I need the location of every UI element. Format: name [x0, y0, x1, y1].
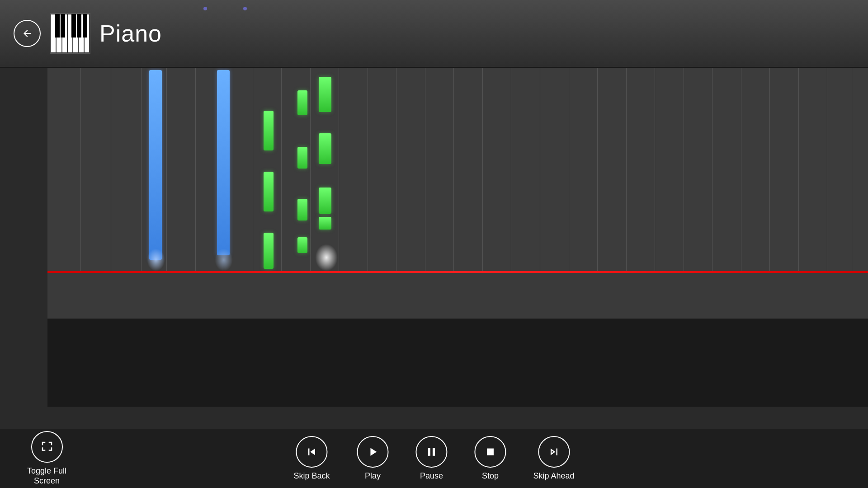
note-green-6 — [297, 199, 307, 221]
note-green-1 — [264, 111, 274, 150]
skip-back-icon-circle — [296, 436, 327, 468]
stop-button[interactable]: Stop — [465, 432, 515, 486]
separator-line — [47, 271, 868, 273]
back-button[interactable] — [14, 20, 41, 47]
pause-icon-circle — [415, 436, 447, 468]
note-green-2 — [264, 172, 274, 211]
note-green-9 — [319, 133, 331, 164]
stop-icon — [483, 445, 497, 459]
stop-icon-circle — [474, 436, 506, 468]
dot-2 — [243, 7, 247, 10]
header: Piano — [0, 0, 868, 68]
center-controls: Skip Back Play Pause — [284, 432, 583, 486]
notes-area — [47, 68, 868, 271]
controls-bar: Toggle Full Screen Skip Back Play — [0, 429, 868, 488]
note-green-11 — [319, 217, 331, 230]
fullscreen-icon — [40, 440, 54, 454]
dot-1 — [203, 7, 207, 10]
skip-ahead-icon — [547, 445, 561, 459]
toggle-fullscreen-label: Toggle Full Screen — [27, 466, 66, 486]
skip-ahead-label: Skip Ahead — [533, 471, 574, 481]
piano-area — [0, 68, 868, 407]
pause-label: Pause — [420, 471, 443, 481]
app-icon — [50, 13, 90, 54]
note-blue-2 — [217, 70, 230, 255]
stop-label: Stop — [482, 471, 499, 481]
skip-back-icon — [305, 445, 318, 459]
play-icon — [366, 445, 379, 459]
white-keys — [47, 319, 868, 407]
play-icon-circle — [357, 436, 388, 468]
decorative-dots — [203, 7, 247, 10]
toggle-fullscreen-button[interactable]: Toggle Full Screen — [18, 427, 75, 488]
skip-ahead-icon-circle — [538, 436, 570, 468]
back-icon — [22, 28, 33, 39]
page-title: Piano — [99, 20, 162, 47]
note-blue-1 — [149, 70, 162, 260]
keyboard-container — [47, 319, 868, 407]
note-green-3 — [264, 233, 274, 269]
toggle-fullscreen-icon-circle — [31, 431, 63, 463]
note-green-7 — [297, 237, 307, 253]
lane-lines — [47, 68, 868, 271]
play-button[interactable]: Play — [348, 432, 397, 486]
pause-icon — [425, 445, 438, 459]
skip-ahead-button[interactable]: Skip Ahead — [524, 432, 583, 486]
note-green-5 — [297, 147, 307, 169]
note-green-8 — [319, 77, 331, 112]
skip-back-label: Skip Back — [293, 471, 330, 481]
note-green-4 — [297, 90, 307, 115]
keyboard-area — [0, 319, 868, 407]
skip-back-button[interactable]: Skip Back — [284, 432, 339, 486]
play-label: Play — [365, 471, 381, 481]
pause-button[interactable]: Pause — [406, 432, 456, 486]
note-green-10 — [319, 188, 331, 214]
